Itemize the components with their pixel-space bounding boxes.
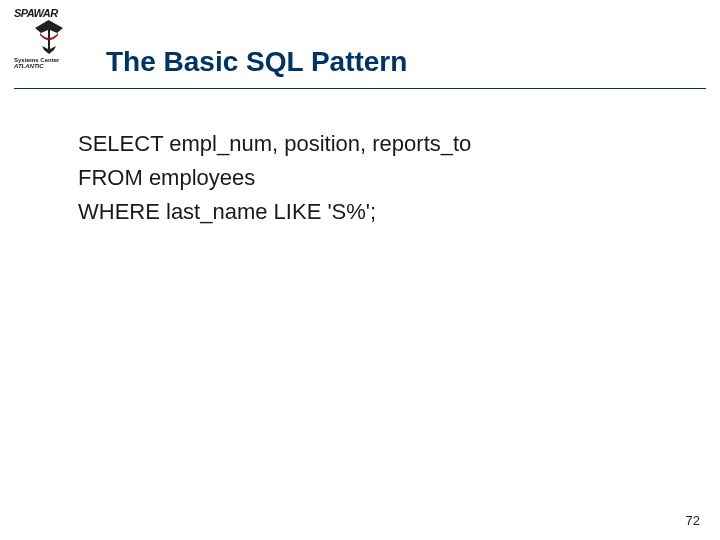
sql-where-line: WHERE last_name LIKE 'S%';: [78, 195, 720, 229]
slide-header: SPAWAR Systems Center ATLANTIC The Basic…: [0, 0, 720, 86]
slide-content: SELECT empl_num, position, reports_to FR…: [0, 89, 720, 229]
spawar-logo: SPAWAR Systems Center ATLANTIC: [14, 8, 84, 70]
logo-brand-text: SPAWAR: [14, 8, 58, 19]
anchor-icon: [34, 20, 64, 56]
page-number: 72: [686, 513, 700, 528]
sql-from-line: FROM employees: [78, 161, 720, 195]
slide-title: The Basic SQL Pattern: [106, 46, 720, 86]
logo-line2: ATLANTIC: [14, 63, 44, 70]
sql-select-line: SELECT empl_num, position, reports_to: [78, 127, 720, 161]
